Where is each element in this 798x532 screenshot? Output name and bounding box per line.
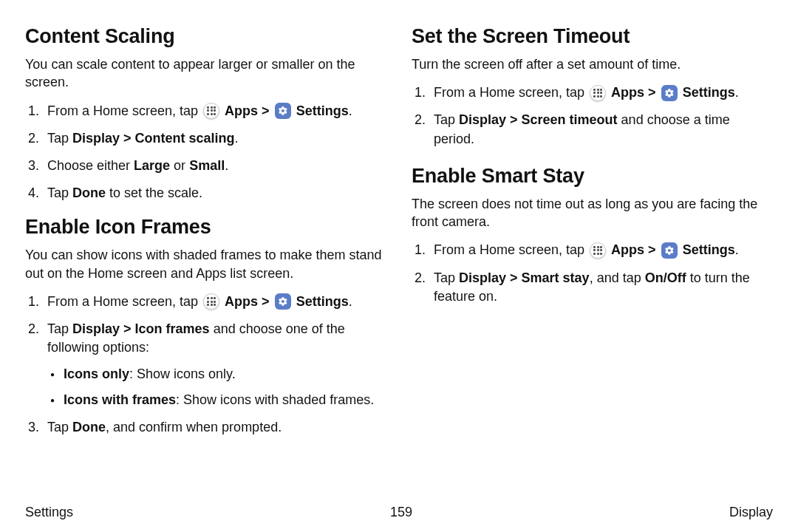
- step: Tap Done to set the scale.: [25, 184, 386, 202]
- steps-content-scaling: From a Home screen, tap Apps > Settings.…: [25, 102, 386, 203]
- step: Tap Display > Icon frames and choose one…: [25, 320, 386, 409]
- apps-icon: [203, 103, 219, 119]
- step: Choose either Large or Small.: [25, 157, 386, 175]
- step: From a Home screen, tap Apps > Settings.: [25, 102, 386, 120]
- steps-smart-stay: From a Home screen, tap Apps > Settings.…: [412, 241, 773, 306]
- footer-right: Display: [729, 505, 773, 520]
- step: Tap Display > Screen timeout and choose …: [412, 111, 773, 148]
- heading-content-scaling: Content Scaling: [25, 25, 386, 48]
- step: Tap Done, and confirm when prompted.: [25, 418, 386, 437]
- heading-screen-timeout: Set the Screen Timeout: [412, 25, 773, 48]
- intro-content-scaling: You can scale content to appear larger o…: [25, 55, 386, 92]
- right-column: Set the Screen Timeout Turn the screen o…: [412, 21, 773, 501]
- intro-icon-frames: You can show icons with shaded frames to…: [25, 246, 386, 282]
- step: Tap Display > Content scaling.: [25, 129, 386, 148]
- settings-icon: [275, 293, 291, 310]
- footer-left: Settings: [25, 505, 73, 520]
- bullet: Icons with frames: Show icons with shade…: [47, 391, 386, 409]
- step: From a Home screen, tap Apps > Settings.: [412, 241, 773, 259]
- page-footer: Settings 159 Display: [25, 505, 773, 520]
- content-columns: Content Scaling You can scale content to…: [25, 21, 773, 501]
- bullet: Icons only: Show icons only.: [47, 365, 386, 383]
- apps-icon: [203, 293, 219, 310]
- heading-icon-frames: Enable Icon Frames: [25, 216, 386, 239]
- steps-icon-frames: From a Home screen, tap Apps > Settings.…: [25, 293, 386, 437]
- settings-icon: [275, 103, 291, 119]
- apps-icon: [590, 242, 606, 259]
- intro-screen-timeout: Turn the screen off after a set amount o…: [412, 55, 773, 73]
- bullet-list: Icons only: Show icons only. Icons with …: [47, 365, 386, 409]
- footer-page-number: 159: [390, 505, 412, 520]
- settings-icon: [661, 242, 678, 259]
- step: From a Home screen, tap Apps > Settings.: [412, 83, 773, 102]
- steps-screen-timeout: From a Home screen, tap Apps > Settings.…: [412, 83, 773, 149]
- step: Tap Display > Smart stay, and tap On/Off…: [412, 269, 773, 306]
- intro-smart-stay: The screen does not time out as long as …: [412, 195, 773, 231]
- step: From a Home screen, tap Apps > Settings.: [25, 293, 386, 311]
- heading-smart-stay: Enable Smart Stay: [412, 165, 773, 188]
- apps-icon: [590, 85, 606, 101]
- settings-icon: [661, 85, 678, 101]
- left-column: Content Scaling You can scale content to…: [25, 21, 386, 501]
